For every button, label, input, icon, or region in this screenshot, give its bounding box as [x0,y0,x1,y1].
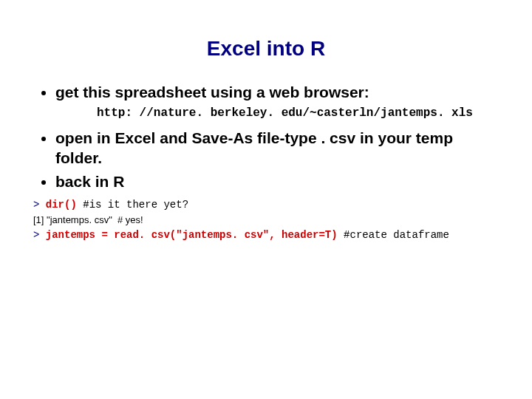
slide-title: Excel into R [33,37,499,61]
bullet-list-2: open in Excel and Save-As file-type . cs… [39,129,499,191]
prompt: > [33,199,46,211]
bullet-3: back in R [55,172,499,191]
bullet-list: get this spreadsheet using a web browser… [39,83,499,102]
code-block: > dir() #is it there yet? [1] "jantemps.… [33,197,499,243]
code-cmd: dir() [46,199,77,211]
code-comment: #create dataframe [338,229,449,241]
code-comment: #is it there yet? [77,199,188,211]
code-line-1: > dir() #is it there yet? [33,197,499,213]
code-cmd: jantemps = read. csv("jantemps. csv", he… [46,229,338,241]
bullet-2: open in Excel and Save-As file-type . cs… [55,129,499,168]
slide: Excel into R get this spreadsheet using … [0,0,532,243]
prompt: > [33,229,46,241]
bullet-1: get this spreadsheet using a web browser… [55,83,499,102]
code-line-2: [1] "jantemps. csv" # yes! [33,213,499,228]
url-line: http: //nature. berkeley. edu/~casterln/… [97,106,499,120]
code-line-3: > jantemps = read. csv("jantemps. csv", … [33,228,499,243]
